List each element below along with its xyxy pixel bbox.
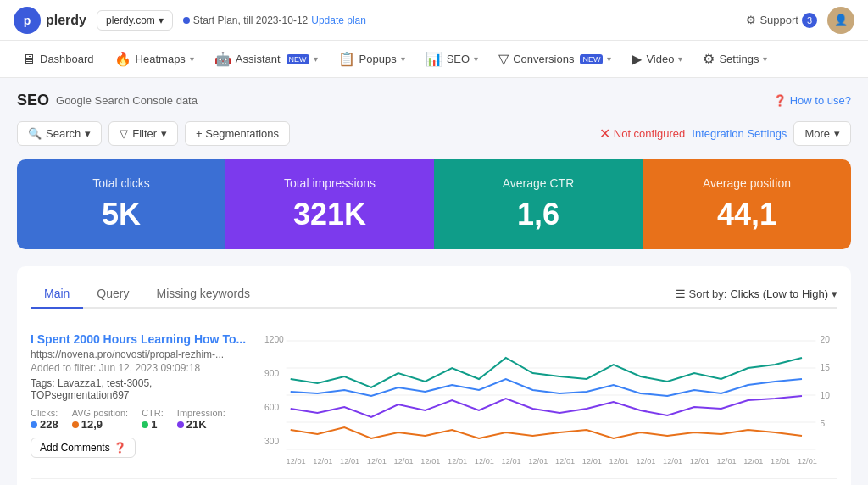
how-to-label: How to use? — [790, 94, 851, 107]
search-label: Search — [46, 127, 81, 140]
nav-label-video: Video — [646, 53, 674, 65]
domain-text: plerdy.com — [106, 14, 155, 26]
nav-item-assistant[interactable]: 🤖 Assistant NEW ▾ — [206, 46, 326, 72]
support-label: Support — [760, 14, 798, 26]
svg-text:900: 900 — [264, 369, 279, 378]
support-button[interactable]: ⚙ Support 3 — [746, 13, 817, 28]
metric-impression: Impression: 21K — [177, 408, 225, 431]
avatar-initial: 👤 — [834, 14, 848, 26]
nav-label-settings: Settings — [719, 53, 759, 65]
metric-value-clicks: 228 — [31, 418, 58, 431]
svg-text:600: 600 — [264, 403, 279, 412]
result-title[interactable]: I Spent 2000 Hours Learning How To... — [31, 332, 251, 346]
update-plan-link[interactable]: Update plan — [311, 14, 366, 26]
nav-item-popups[interactable]: 📋 Popups ▾ — [330, 46, 414, 72]
nav-item-seo[interactable]: 📊 SEO ▾ — [417, 46, 487, 72]
chevron-down-icon: ▾ — [401, 54, 405, 64]
gear-icon: ⚙ — [746, 14, 756, 26]
logo-icon: p — [14, 7, 41, 34]
metric-value-impression: 21K — [177, 418, 225, 431]
filter-button[interactable]: ▽ Filter ▾ — [108, 121, 178, 146]
plan-badge: Start Plan, till 2023-10-12 Update plan — [183, 14, 366, 26]
plan-text: Start Plan, till 2023-10-12 — [193, 14, 308, 26]
tab-main[interactable]: Main — [31, 280, 83, 309]
page-title-area: SEO Google Search Console data — [17, 92, 198, 109]
chart-area: 1200 900 600 300 20 15 10 5 — [264, 332, 837, 468]
avatar[interactable]: 👤 — [827, 7, 854, 34]
more-label: More — [804, 127, 830, 140]
metric-avg-position: AVG position: 12,9 — [72, 408, 128, 431]
nav-item-heatmaps[interactable]: 🔥 Heatmaps ▾ — [106, 46, 203, 72]
add-comments-button[interactable]: Add Comments ❓ — [31, 438, 136, 458]
tab-query[interactable]: Query — [83, 280, 142, 309]
svg-text:12/01: 12/01 — [420, 457, 440, 465]
sort-by-label: Sort by: — [689, 287, 727, 300]
nav-item-dashboard[interactable]: 🖥 Dashboard — [14, 47, 103, 72]
result-card-partial: I Spent 2000 Hours Learning How To... — [31, 479, 837, 485]
assistant-icon: 🤖 — [214, 51, 231, 67]
svg-text:12/01: 12/01 — [609, 457, 629, 465]
svg-text:12/01: 12/01 — [502, 457, 521, 465]
chevron-down-icon: ▾ — [161, 127, 167, 140]
page-subtitle: Google Search Console data — [56, 94, 198, 107]
svg-text:15: 15 — [821, 363, 831, 372]
nav-label-heatmaps: Heatmaps — [136, 53, 186, 65]
settings-icon: ⚙ — [703, 51, 715, 67]
svg-text:10: 10 — [821, 391, 831, 400]
result-card: I Spent 2000 Hours Learning How To... ht… — [31, 322, 837, 479]
page-header: SEO Google Search Console data ❓ How to … — [17, 92, 851, 109]
logo-text: plerdy — [46, 13, 86, 28]
conversions-badge: NEW — [580, 54, 603, 64]
topbar-right: ⚙ Support 3 👤 — [746, 7, 854, 34]
content-area: Main Query Missing keywords ☰ Sort by: C… — [17, 266, 851, 485]
svg-text:300: 300 — [264, 437, 279, 446]
metric-ctr: CTR: 1 — [142, 408, 164, 431]
nav-item-video[interactable]: ▶ Video ▾ — [623, 46, 691, 72]
stat-card-impressions: Total impressions 321K — [225, 159, 434, 249]
nav-item-conversions[interactable]: ▽ Conversions NEW ▾ — [490, 46, 620, 72]
stat-value-ctr: 1,6 — [454, 197, 622, 232]
chevron-down-icon: ▾ — [678, 54, 682, 64]
chevron-down-icon: ▾ — [314, 54, 318, 64]
add-comments-label: Add Comments — [40, 442, 110, 454]
metric-value-avg-position: 12,9 — [72, 418, 128, 431]
chevron-down-icon: ▾ — [763, 54, 767, 64]
conversions-icon: ▽ — [498, 51, 509, 67]
how-to-link[interactable]: ❓ How to use? — [773, 94, 851, 107]
stat-label-clicks: Total clicks — [37, 176, 205, 190]
toolbar: 🔍 Search ▾ ▽ Filter ▾ + Segmentations ✕ … — [17, 121, 851, 146]
tabs: Main Query Missing keywords — [31, 280, 264, 307]
nav-item-settings[interactable]: ⚙ Settings ▾ — [694, 46, 776, 72]
logo: p plerdy — [14, 7, 86, 34]
svg-text:12/01: 12/01 — [798, 457, 817, 465]
svg-text:12/01: 12/01 — [528, 457, 548, 465]
seo-icon: 📊 — [426, 51, 442, 67]
svg-text:12/01: 12/01 — [663, 457, 682, 465]
chevron-down-icon: ▾ — [474, 54, 478, 64]
tab-missing-keywords[interactable]: Missing keywords — [142, 280, 263, 309]
filter-label: Filter — [132, 127, 157, 140]
stat-label-ctr: Average CTR — [454, 176, 622, 190]
more-button[interactable]: More ▾ — [793, 121, 851, 146]
chevron-down-icon: ▾ — [190, 54, 194, 64]
segmentations-button[interactable]: + Segmentations — [185, 121, 290, 146]
result-url: https://novena.pro/novosti/propal-rezhim… — [31, 348, 251, 360]
nav-label-dashboard: Dashboard — [40, 53, 94, 65]
nav-label-assistant: Assistant — [236, 53, 281, 65]
metric-clicks: Clicks: 228 — [31, 408, 58, 431]
sort-by-value[interactable]: Clicks (Low to High) — [730, 287, 828, 300]
stat-card-ctr: Average CTR 1,6 — [434, 159, 643, 249]
metric-label-clicks: Clicks: — [31, 408, 58, 418]
domain-selector[interactable]: plerdy.com ▾ — [97, 10, 173, 31]
result-tags: Tags: Lavazza1, test-3005, TOPsegmentati… — [31, 377, 251, 401]
svg-text:12/01: 12/01 — [771, 457, 790, 465]
dot-blue-icon — [31, 421, 37, 428]
not-configured-label: Not configured — [614, 127, 686, 140]
integration-settings-link[interactable]: Integration Settings — [692, 127, 787, 140]
stat-value-impressions: 321K — [246, 197, 414, 232]
stats-row: Total clicks 5K Total impressions 321K A… — [17, 159, 851, 249]
tabs-row: Main Query Missing keywords ☰ Sort by: C… — [31, 280, 837, 309]
nav-label-seo: SEO — [447, 53, 470, 65]
assistant-badge: NEW — [287, 54, 309, 64]
search-button[interactable]: 🔍 Search ▾ — [17, 121, 102, 146]
